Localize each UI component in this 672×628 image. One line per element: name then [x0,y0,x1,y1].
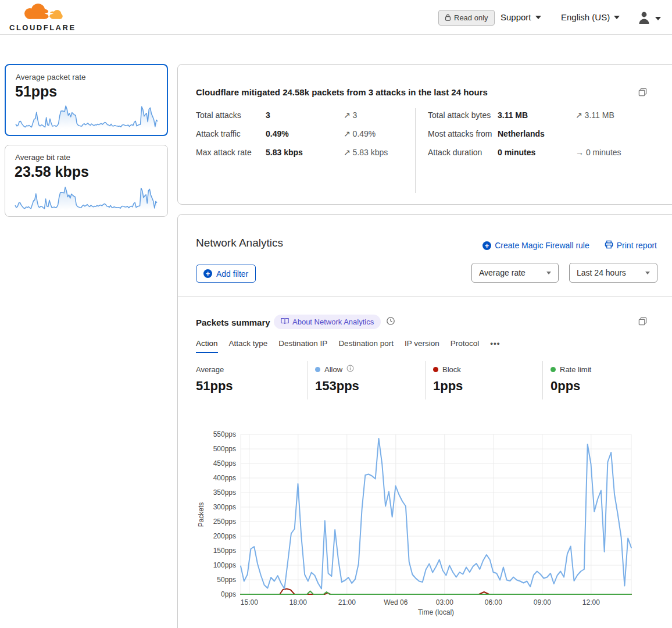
stat-row: Max attack rate 5.83 kbps ↗ 5.83 kbps [196,147,405,159]
support-menu[interactable]: Support [501,12,541,22]
language-label: English (US) [561,12,610,22]
book-icon [281,317,289,326]
add-filter-button[interactable]: + Add filter [196,265,256,283]
tab-destination-ip[interactable]: Destination IP [278,339,327,353]
svg-text:21:00: 21:00 [338,598,356,606]
block-dot-icon [433,367,438,372]
stat-value: 3 [266,109,344,122]
print-report-link[interactable]: Print report [605,240,657,251]
stat-label: Rate limit [560,365,591,374]
stat-label: Attack duration [428,147,498,159]
svg-text:100pps: 100pps [213,561,236,569]
history-clock-icon[interactable] [386,316,395,328]
packets-summary-tabs: Action Attack type Destination IP Destin… [196,339,500,353]
stat-row: Most attacks from Netherlands [428,128,655,140]
stat-label: Allow [324,365,342,374]
svg-text:06:00: 06:00 [485,598,502,606]
add-filter-label: Add filter [216,269,248,279]
top-header: CLOUDFLARE Read only Support English (US… [0,0,672,35]
stat-row: Attack traffic 0.49% ↗ 0.49% [196,128,405,140]
tab-ip-version[interactable]: IP version [405,339,439,353]
plus-circle-icon: + [203,269,212,278]
stat-rate-limit: Rate limit 0pps [551,365,591,394]
stat-delta: ↗ 3 [344,109,357,122]
copy-icon[interactable] [638,88,647,99]
account-menu[interactable] [637,10,661,27]
svg-text:15:00: 15:00 [241,598,258,606]
time-range-select[interactable]: Last 24 hours [569,263,657,283]
stat-value: 153pps [315,379,359,394]
svg-text:350pps: 350pps [213,488,236,497]
stat-value: 0 minutes [498,147,576,159]
packets-summary-title: Packets summary [196,317,270,327]
tab-attack-type[interactable]: Attack type [229,339,268,353]
stat-label: Total attacks [196,109,266,122]
rate-limit-dot-icon [551,367,556,372]
svg-text:450pps: 450pps [213,459,236,468]
bit-rate-sparkline [13,183,159,212]
network-analytics-actions: + Create Magic Firewall rule Print repor… [482,240,657,251]
tab-protocol[interactable]: Protocol [451,339,480,353]
packet-rate-sparkline [14,101,159,130]
stat-row: Total attacks 3 ↗ 3 [196,109,405,122]
read-only-badge: Read only [438,10,495,26]
attack-summary-title: Cloudflare mitigated 24.58k packets from… [196,87,488,97]
plus-circle-icon: + [482,241,491,250]
chevron-down-icon [614,16,620,19]
svg-text:12:00: 12:00 [582,598,600,606]
average-bit-rate-card[interactable]: Average bit rate 23.58 kbps [5,145,168,217]
stat-delta: ↗ 5.83 kbps [344,147,388,159]
cloudflare-analytics-page: CLOUDFLARE Read only Support English (US… [0,0,672,628]
divider [542,361,543,399]
svg-text:550pps: 550pps [213,430,236,438]
tab-action[interactable]: Action [196,339,218,353]
divider [425,361,426,399]
chevron-down-icon [535,16,541,19]
rate-card-label: Average bit rate [15,153,70,162]
stat-label: Average [196,365,224,374]
stat-label: Total attack bytes [428,109,498,122]
stat-allow: Allow 153pps [315,365,359,394]
rate-card-label: Average packet rate [16,73,86,81]
network-analytics-title: Network Analytics [196,237,283,249]
svg-text:250pps: 250pps [213,518,236,526]
cloudflare-cloud-icon [16,14,66,24]
info-icon[interactable] [346,365,354,374]
stat-delta: ↗ 3.11 MB [576,109,614,122]
attack-summary-card: Cloudflare mitigated 24.58k packets from… [177,64,672,205]
rate-card-value: 51pps [15,83,57,100]
svg-text:500pps: 500pps [213,445,236,453]
about-network-analytics-badge[interactable]: About Network Analytics [274,315,381,329]
create-magic-firewall-rule-link[interactable]: + Create Magic Firewall rule [482,240,589,251]
stat-label: Max attack rate [196,147,266,159]
stat-delta: → 0 minutes [576,147,621,159]
chevron-down-icon [655,17,661,20]
language-menu[interactable]: English (US) [561,12,620,22]
attack-stats-left: Total attacks 3 ↗ 3 Attack traffic 0.49%… [196,109,405,165]
average-packet-rate-card[interactable]: Average packet rate 51pps [5,64,168,136]
stat-value: 3.11 MB [498,109,576,122]
svg-text:Wed 06: Wed 06 [384,598,408,606]
stat-row: Total attack bytes 3.11 MB ↗ 3.11 MB [428,109,655,122]
stat-value: 1pps [433,379,463,394]
svg-text:09:00: 09:00 [534,598,551,606]
stat-value: 0pps [551,379,591,394]
read-only-label: Read only [454,13,488,22]
about-badge-label: About Network Analytics [292,317,374,326]
stat-label: Most attacks from [428,128,498,140]
stat-label: Block [442,365,461,374]
tab-destination-port[interactable]: Destination port [338,339,394,353]
cloudflare-logo[interactable]: CLOUDFLARE [9,2,73,32]
support-label: Support [501,12,531,22]
stat-value: Netherlands [498,128,576,140]
stat-value: 0.49% [266,128,344,140]
more-tabs-button[interactable]: ••• [490,339,500,353]
metric-select-value: Average rate [479,268,526,277]
chevron-down-icon [645,272,650,274]
metric-select[interactable]: Average rate [471,263,559,283]
svg-text:18:00: 18:00 [289,598,307,606]
copy-icon[interactable] [638,317,647,328]
print-report-label: Print report [617,241,657,250]
divider [178,296,672,297]
stat-value: 51pps [196,379,233,394]
